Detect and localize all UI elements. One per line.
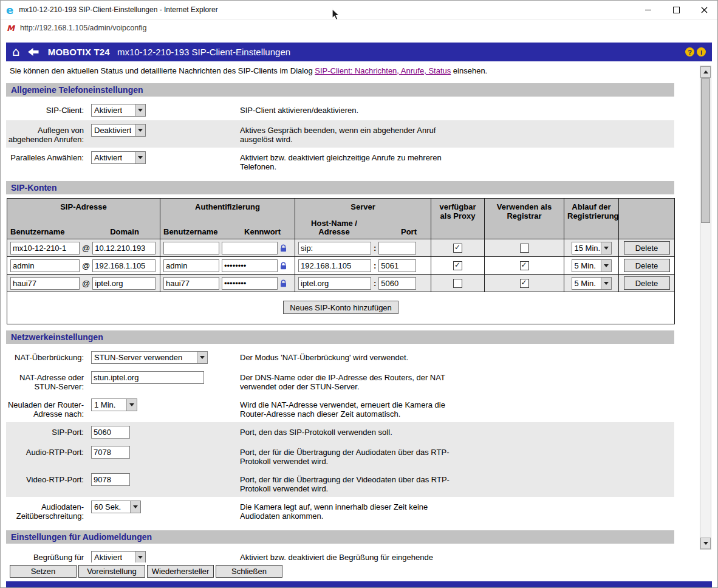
setting-description: Port, der für die Übertragung der Videod… [240, 473, 450, 493]
setting-row-nat-mode: NAT-Überbrückung: STUN-Server verwenden … [6, 347, 674, 368]
server-host-input[interactable] [298, 277, 371, 290]
sip-domain-input[interactable] [92, 277, 156, 290]
url-input[interactable]: http://192.168.1.105/admin/voipconfig [20, 24, 146, 32]
page-header: ⌂ MOBOTIX T24 mx10-12-210-193 SIP-Client… [6, 43, 712, 61]
lock-icon [280, 279, 287, 287]
setting-label: NAT-Überbrückung: [6, 351, 90, 362]
proxy-checkbox[interactable] [453, 261, 462, 270]
expiry-select[interactable]: 15 Min. [572, 242, 612, 255]
close-page-button[interactable]: Schließen [216, 565, 282, 578]
sip-account-row: @ : 5 Min. De [7, 257, 675, 275]
lock-icon [280, 262, 287, 270]
settings-content: Sie können den aktuellen Status und deta… [6, 61, 674, 575]
server-port-input[interactable] [378, 277, 416, 290]
intro-text: Sie können den aktuellen Status und deta… [10, 66, 672, 76]
setting-row-video-rtp-port: Video-RTP-Port: Port, der für die Übertr… [6, 470, 674, 497]
auth-password-input[interactable] [222, 277, 278, 290]
colon-separator: : [374, 261, 376, 270]
col-sip-address: SIP-Adresse Benutzername Domain [7, 199, 160, 239]
audio-timeout-select[interactable]: 60 Sek. [91, 501, 141, 513]
maximize-button[interactable] [662, 0, 690, 19]
add-sip-account-button[interactable]: Neues SIP-Konto hinzufügen [283, 301, 398, 314]
router-reload-select[interactable]: 1 Min. [91, 398, 137, 411]
restore-button[interactable]: Wiederhersteller [147, 565, 214, 578]
window-titlebar[interactable]: e mx10-12-210-193 SIP-Client-Einstellung… [0, 0, 718, 19]
proxy-checkbox[interactable] [453, 244, 462, 253]
registrar-checkbox[interactable] [520, 279, 529, 288]
home-icon[interactable]: ⌂ [12, 46, 20, 58]
col-proxy: verfügbar als Proxy [431, 199, 485, 239]
sip-domain-input[interactable] [92, 242, 156, 255]
colon-separator: : [374, 244, 376, 253]
setting-label: SIP-Client: [6, 104, 90, 115]
dropdown-arrow-icon [135, 152, 145, 163]
server-host-input[interactable] [298, 259, 371, 272]
col-authentication: Authentifizierung Benutzername Kennwort [160, 199, 295, 239]
server-port-input[interactable] [378, 242, 416, 255]
expiry-select[interactable]: 5 Min. [572, 259, 612, 272]
auth-user-input[interactable] [163, 277, 219, 290]
sip-user-input[interactable] [10, 259, 80, 272]
registrar-checkbox[interactable] [520, 244, 529, 253]
parallel-dial-select[interactable]: Aktiviert [91, 151, 146, 164]
window-controls [634, 0, 718, 19]
setting-label: Video-RTP-Port: [6, 473, 90, 484]
registrar-checkbox[interactable] [520, 261, 529, 270]
server-host-input[interactable] [298, 242, 371, 255]
scroll-up-button[interactable] [700, 66, 711, 78]
video-rtp-port-input[interactable] [91, 473, 130, 486]
sip-domain-input[interactable] [92, 259, 156, 272]
setting-description: SIP-Client aktivieren/deaktivieren. [240, 104, 450, 115]
close-button[interactable] [690, 0, 718, 19]
at-separator: @ [82, 279, 90, 288]
auth-user-input[interactable] [163, 242, 219, 255]
audio-rtp-port-input[interactable] [91, 446, 130, 459]
expiry-select[interactable]: 5 Min. [572, 277, 612, 290]
minimize-button[interactable] [634, 0, 662, 19]
sip-user-input[interactable] [10, 277, 80, 290]
sip-user-input[interactable] [10, 242, 80, 255]
auth-user-input[interactable] [163, 259, 219, 272]
dropdown-arrow-icon [135, 552, 145, 563]
setting-label: Paralleles Anwählen: [6, 151, 90, 162]
scroll-down-button[interactable] [700, 538, 711, 549]
proxy-checkbox[interactable] [453, 279, 462, 288]
address-bar: M http://192.168.1.105/admin/voipconfig [0, 19, 718, 36]
arrow-up-icon [703, 70, 708, 74]
stun-server-input[interactable] [91, 371, 204, 384]
setting-row-audio-rtp-port: Audio-RTP-Port: Port, der für die Übertr… [6, 442, 674, 470]
nat-mode-select[interactable]: STUN-Server verwenden [91, 351, 208, 364]
setting-label: NAT-Adresse oder STUN-Server: [6, 371, 90, 391]
minimize-icon [645, 10, 651, 10]
delete-button[interactable]: Delete [624, 259, 670, 272]
help-icon[interactable]: ? [685, 47, 694, 56]
delete-button[interactable]: Delete [624, 241, 670, 255]
dropdown-arrow-icon [135, 104, 145, 116]
lock-icon [280, 244, 287, 252]
add-account-row: Neues SIP-Konto hinzufügen [7, 292, 675, 324]
hangup-select[interactable]: Deaktiviert [91, 124, 146, 137]
set-button[interactable]: Setzen [10, 565, 77, 578]
sip-status-link[interactable]: SIP-Client: Nachrichten, Anrufe, Status [315, 66, 451, 75]
sip-client-select[interactable]: Aktiviert [91, 104, 146, 117]
auth-password-input[interactable] [222, 259, 278, 272]
greeting-select[interactable]: Aktiviert [91, 551, 146, 564]
scrollbar-thumb[interactable] [701, 78, 710, 223]
info-icon[interactable]: i [697, 47, 706, 56]
delete-button[interactable]: Delete [624, 276, 670, 290]
scrollbar[interactable] [700, 66, 711, 550]
sip-port-input[interactable] [91, 426, 130, 439]
setting-description: Aktiviert bzw. deaktiviert gleichzeitige… [240, 151, 450, 171]
maximize-icon [673, 7, 680, 13]
back-icon[interactable] [27, 47, 39, 56]
section-header-sip-accounts: SIP-Konten [6, 181, 674, 194]
setting-description: Wird die NAT-Adresse verwendet, erneuert… [240, 398, 450, 419]
auth-password-input[interactable] [222, 242, 278, 255]
scrollbar-track[interactable] [700, 78, 711, 538]
factory-default-button[interactable]: Voreinstellung [78, 565, 145, 578]
server-port-input[interactable] [378, 259, 416, 272]
at-separator: @ [82, 244, 90, 253]
setting-label: Neuladen der Router-Adresse nach: [6, 398, 90, 419]
setting-row-audio-timeout: Audiodaten-Zeitüberschreitung: 60 Sek. D… [6, 497, 674, 524]
dropdown-arrow-icon [130, 501, 140, 513]
